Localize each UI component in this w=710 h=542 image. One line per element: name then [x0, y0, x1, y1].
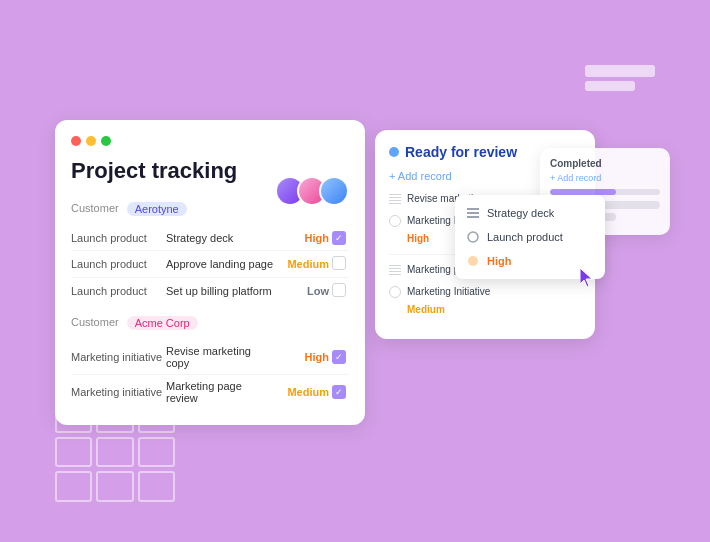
check-cell[interactable]	[329, 256, 349, 272]
svg-point-3	[468, 232, 478, 242]
avatar-3	[319, 176, 349, 206]
checkbox-unchecked	[332, 283, 346, 297]
completed-add-link[interactable]: + Add record	[550, 173, 660, 183]
task-cell: Launch product	[71, 258, 166, 270]
svg-rect-1	[467, 212, 479, 214]
priority-cell: High	[274, 232, 329, 244]
dropdown-item-launch[interactable]: Launch product	[455, 225, 605, 249]
task-cell: Launch product	[71, 232, 166, 244]
review-item: Marketing Initiative Medium	[389, 285, 581, 317]
svg-rect-0	[467, 208, 479, 210]
table-row: Marketing initiative Marketing page revi…	[71, 375, 349, 409]
name-cell: Revise marketing copy	[166, 345, 274, 369]
check-cell[interactable]: ✓	[329, 350, 349, 364]
top-right-bars	[585, 65, 655, 91]
add-record-label: + Add record	[389, 170, 452, 182]
table-row: Launch product Approve landing page Medi…	[71, 251, 349, 278]
checkbox-checked: ✓	[332, 385, 346, 399]
grid-cell	[138, 471, 175, 502]
main-container: Project tracking Customer Aerotyne Launc…	[0, 0, 710, 542]
review-title: Ready for review	[405, 144, 517, 160]
task-cell: Marketing initiative	[71, 386, 166, 398]
tag-icon	[467, 255, 479, 267]
svg-rect-2	[467, 216, 479, 218]
table-row: Marketing initiative Revise marketing co…	[71, 340, 349, 375]
table-row: Launch product Set up billing platform L…	[71, 278, 349, 304]
circle-icon	[389, 215, 401, 227]
cursor	[580, 268, 596, 288]
table-icon	[389, 194, 401, 204]
name-cell: Approve landing page	[166, 258, 274, 270]
bar-1	[585, 65, 655, 77]
dropdown-label: Strategy deck	[487, 207, 554, 219]
priority-cell: Medium	[274, 386, 329, 398]
grid-cell	[55, 471, 92, 502]
dot-green[interactable]	[101, 136, 111, 146]
review-item-sub: Marketing Initiative	[407, 285, 490, 299]
grid-cell	[138, 437, 175, 468]
avatar-group	[275, 176, 349, 206]
dropdown-popup[interactable]: Strategy deck Launch product High	[455, 195, 605, 279]
circle-icon	[467, 231, 479, 243]
checkbox-checked: ✓	[332, 350, 346, 364]
table-icon	[467, 208, 479, 218]
grid-cell	[55, 437, 92, 468]
dropdown-item-strategy[interactable]: Strategy deck	[455, 201, 605, 225]
table-icon	[389, 265, 401, 275]
review-item-content: Marketing Initiative Medium	[407, 285, 490, 317]
customer-label-2: Customer	[71, 316, 119, 328]
customer1-tag[interactable]: Aerotyne	[127, 202, 187, 216]
name-cell: Strategy deck	[166, 232, 274, 244]
check-cell[interactable]: ✓	[329, 231, 349, 245]
name-cell: Marketing page review	[166, 380, 274, 404]
svg-point-4	[468, 256, 478, 266]
table-row: Launch product Strategy deck High ✓	[71, 226, 349, 251]
checkbox-unchecked	[332, 256, 346, 270]
check-cell[interactable]: ✓	[329, 385, 349, 399]
circle-icon	[389, 286, 401, 298]
task-cell: Marketing initiative	[71, 351, 166, 363]
review-status-dot	[389, 147, 399, 157]
customer-label-1: Customer	[71, 202, 119, 214]
priority-cell: Medium	[274, 258, 329, 270]
project-tracking-card: Project tracking Customer Aerotyne Launc…	[55, 120, 365, 425]
priority-cell: Low	[274, 285, 329, 297]
grid-cell	[96, 437, 133, 468]
check-cell[interactable]	[329, 283, 349, 299]
completed-title: Completed	[550, 158, 660, 169]
dropdown-priority-label: High	[487, 255, 511, 267]
window-dots	[71, 136, 349, 146]
checkbox-checked: ✓	[332, 231, 346, 245]
dropdown-label: Launch product	[487, 231, 563, 243]
priority-tag-medium: Medium	[407, 304, 445, 315]
bar-2	[585, 81, 635, 91]
grid-cell	[96, 471, 133, 502]
task-cell: Launch product	[71, 285, 166, 297]
name-cell: Set up billing platform	[166, 285, 274, 297]
dot-red[interactable]	[71, 136, 81, 146]
priority-cell: High	[274, 351, 329, 363]
customer2-tag[interactable]: Acme Corp	[127, 316, 198, 330]
dot-yellow[interactable]	[86, 136, 96, 146]
priority-tag-high: High	[407, 233, 429, 244]
